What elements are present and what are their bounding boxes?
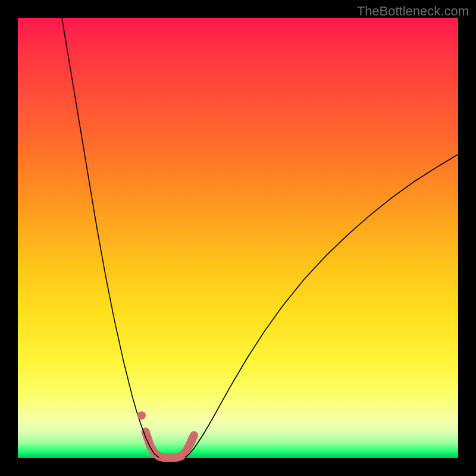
watermark-text: TheBottleneck.com (357, 4, 469, 19)
chart-frame: TheBottleneck.com (0, 0, 476, 476)
trough-highlight (146, 432, 194, 458)
right-curve (185, 154, 458, 457)
plot-area (18, 18, 458, 458)
curve-layer (18, 18, 458, 458)
left-curve (62, 18, 159, 458)
left-dot (137, 411, 146, 419)
